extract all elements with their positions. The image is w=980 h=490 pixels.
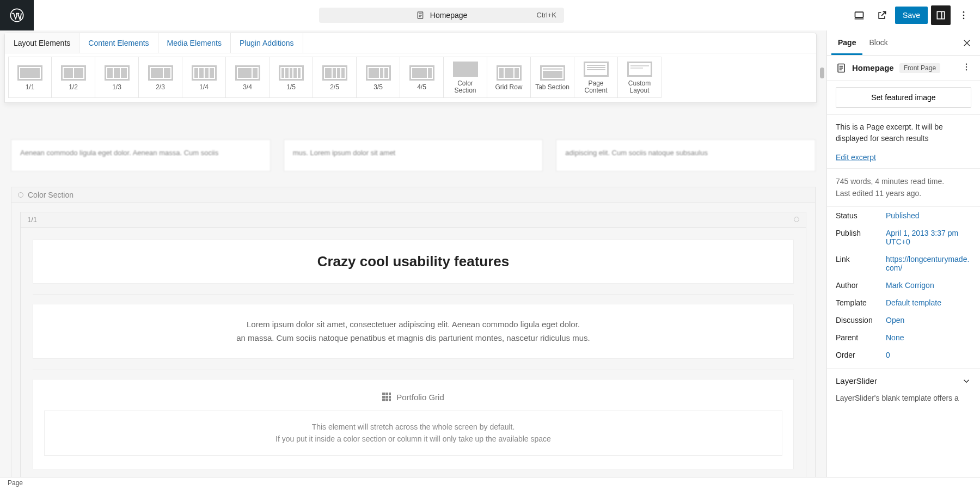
layerslider-note: LayerSlider's blank template offers a <box>827 394 980 408</box>
document-switcher[interactable]: Homepage Ctrl+K <box>319 8 564 23</box>
portfolio-grid-block[interactable]: Portfolio Grid This element will stretch… <box>33 379 794 469</box>
excerpt-text: This is a Page excerpt. It will be displ… <box>836 121 971 144</box>
page-icon <box>416 11 425 20</box>
word-count: 745 words, 4 minutes read time. <box>836 175 971 187</box>
wordpress-logo[interactable] <box>0 0 34 30</box>
drag-handle-icon[interactable] <box>794 217 799 222</box>
edit-excerpt-link[interactable]: Edit excerpt <box>836 153 876 162</box>
publish-row[interactable]: PublishApril 1, 2013 3:37 pm UTC+0 <box>827 224 980 250</box>
tab-layout-elements[interactable]: Layout Elements <box>5 33 79 53</box>
settings-sidebar: Page Block Homepage Front Page Set featu… <box>826 30 980 477</box>
layout-custom-layout[interactable]: Custom Layout <box>618 57 661 98</box>
page-actions-button[interactable] <box>961 62 971 74</box>
layout-2-5[interactable]: 2/5 <box>313 57 357 98</box>
layout-1-5[interactable]: 1/5 <box>270 57 313 98</box>
avia-builder-toolbar: Layout Elements Content Elements Media E… <box>4 33 817 103</box>
layout-elements-row: 1/1 1/2 1/3 2/3 1/4 3/4 1/5 2/5 3/5 4/5 … <box>5 53 816 102</box>
front-page-chip: Front Page <box>899 63 940 73</box>
tab-media-elements[interactable]: Media Elements <box>158 33 231 53</box>
settings-panel-toggle[interactable] <box>931 5 951 25</box>
svg-point-10 <box>963 14 965 16</box>
drag-handle-icon[interactable] <box>18 192 23 198</box>
grid-icon <box>382 393 391 401</box>
set-featured-image-button[interactable]: Set featured image <box>836 87 971 108</box>
layout-color-section[interactable]: Color Section <box>444 57 487 98</box>
discussion-row[interactable]: DiscussionOpen <box>827 311 980 329</box>
svg-point-18 <box>966 64 967 65</box>
layout-4-5[interactable]: 4/5 <box>400 57 444 98</box>
separator-block[interactable] <box>33 370 794 370</box>
shortcut-hint: Ctrl+K <box>537 11 556 19</box>
link-row[interactable]: Linkhttps://longcenturymade.com/ <box>827 250 980 277</box>
svg-rect-7 <box>937 11 944 19</box>
tab-page[interactable]: Page <box>831 30 862 55</box>
layout-1-3[interactable]: 1/3 <box>95 57 139 98</box>
heading-block[interactable]: Crazy cool usability features <box>33 240 794 284</box>
layout-1-2[interactable]: 1/2 <box>52 57 95 98</box>
layout-2-3[interactable]: 2/3 <box>139 57 182 98</box>
separator-block[interactable] <box>33 295 794 295</box>
tab-block[interactable]: Block <box>862 30 894 55</box>
column-card[interactable]: adipiscing elit. Cum sociis natoque subs… <box>556 139 816 171</box>
svg-rect-5 <box>855 12 863 17</box>
tab-content-elements[interactable]: Content Elements <box>79 33 158 53</box>
breadcrumb[interactable]: Page <box>0 477 980 490</box>
template-row[interactable]: TemplateDefault template <box>827 294 980 311</box>
svg-point-20 <box>966 69 967 70</box>
layout-page-content[interactable]: Page Content <box>574 57 618 98</box>
layout-1-1[interactable]: 1/1 <box>8 57 52 98</box>
column-card[interactable]: mus. Lorem ipsum dolor sit amet <box>284 139 543 171</box>
layout-tab-section[interactable]: Tab Section <box>531 57 574 98</box>
svg-point-9 <box>963 11 965 13</box>
svg-point-19 <box>966 66 967 68</box>
save-button[interactable]: Save <box>895 7 928 24</box>
chevron-down-icon <box>961 376 971 386</box>
order-row[interactable]: Order0 <box>827 346 980 368</box>
svg-point-11 <box>963 17 965 19</box>
layout-3-4[interactable]: 3/4 <box>226 57 270 98</box>
document-title: Homepage <box>430 11 468 20</box>
color-section-header[interactable]: Color Section <box>11 187 816 203</box>
layerslider-accordion[interactable]: LayerSlider <box>827 368 980 394</box>
view-desktop-button[interactable] <box>849 5 869 25</box>
column-card[interactable]: Aenean commodo ligula eget dolor. Aenean… <box>11 139 271 171</box>
status-row[interactable]: StatusPublished <box>827 207 980 224</box>
layout-1-4[interactable]: 1/4 <box>182 57 226 98</box>
more-menu-button[interactable] <box>954 5 973 25</box>
last-edited: Last edited 11 years ago. <box>836 187 971 199</box>
column-header[interactable]: 1/1 <box>20 212 806 228</box>
scrollbar-thumb[interactable] <box>820 68 824 78</box>
parent-row[interactable]: ParentNone <box>827 329 980 346</box>
editor-topbar: Homepage Ctrl+K Save <box>0 0 980 30</box>
author-row[interactable]: AuthorMark Corrigon <box>827 277 980 294</box>
layout-grid-row[interactable]: Grid Row <box>487 57 531 98</box>
layout-3-5[interactable]: 3/5 <box>357 57 400 98</box>
tab-plugin-additions[interactable]: Plugin Additions <box>231 33 303 53</box>
open-external-button[interactable] <box>872 5 892 25</box>
page-title: Homepage <box>852 63 894 72</box>
close-sidebar-button[interactable] <box>958 34 976 52</box>
page-icon <box>836 63 847 74</box>
text-block[interactable]: Lorem ipsum dolor sit amet, consectetuer… <box>33 304 794 359</box>
